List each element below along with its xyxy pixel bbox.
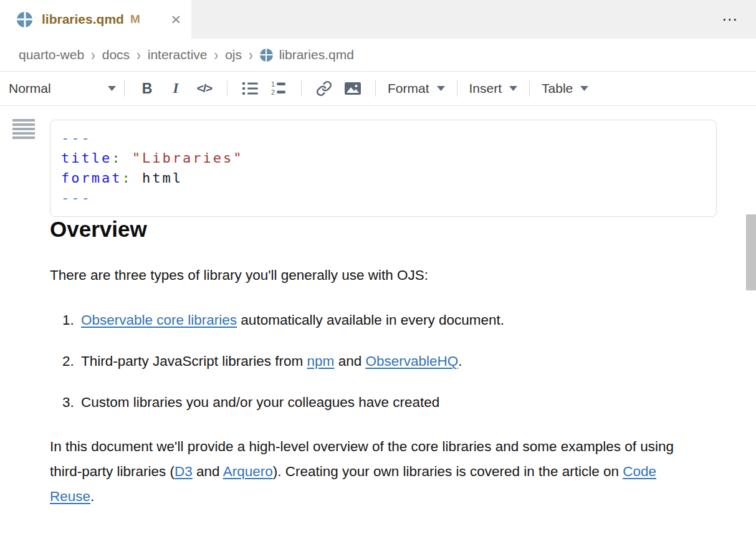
chevron-down-icon xyxy=(437,86,445,91)
code-token: --- xyxy=(61,130,92,146)
insert-menu[interactable]: Insert xyxy=(466,81,522,96)
bullet-list-button[interactable] xyxy=(236,76,264,101)
list-item-text: Observable core libraries automatically … xyxy=(81,312,504,328)
code-line: --- xyxy=(61,128,706,148)
text-segment: and xyxy=(334,353,365,369)
insert-image-button[interactable] xyxy=(338,76,367,101)
close-icon[interactable]: ✕ xyxy=(170,13,181,26)
breadcrumb-item-interactive[interactable]: interactive xyxy=(148,47,208,62)
code-button[interactable]: </> xyxy=(190,76,219,101)
toolbar-divider xyxy=(375,80,376,97)
text-segment: Third-party JavaScript libraries from xyxy=(81,353,307,369)
text-link[interactable]: D3 xyxy=(175,464,193,479)
list-item-text: Custom libraries you and/or your colleag… xyxy=(81,394,439,410)
vertical-scrollbar[interactable] xyxy=(746,214,756,290)
numbered-list-button[interactable]: 1 2 xyxy=(264,76,293,101)
list-marker: 1. xyxy=(62,312,74,329)
visual-editor-canvas[interactable]: ---title: "Libraries"format: html--- Ove… xyxy=(0,106,756,554)
bold-icon: B xyxy=(142,80,153,97)
insert-menu-label: Insert xyxy=(469,81,502,96)
paragraph-style-select[interactable]: Normal xyxy=(9,81,116,96)
tab-title: libraries.qmd xyxy=(42,12,124,27)
code-token: html xyxy=(142,170,183,186)
document-body: Overview There are three types of librar… xyxy=(50,216,681,509)
numbered-list-icon: 1 2 xyxy=(270,80,287,97)
code-line: format: html xyxy=(61,168,706,188)
quarto-icon xyxy=(260,49,273,62)
breadcrumb: quarto-web › docs › interactive › ojs › … xyxy=(0,39,756,72)
code-token: "Libraries" xyxy=(132,150,244,166)
tab-libraries-qmd[interactable]: libraries.qmd M ✕ xyxy=(0,0,191,39)
list-marker: 3. xyxy=(62,394,74,411)
quarto-icon xyxy=(17,12,32,27)
chevron-right-icon: › xyxy=(249,46,253,64)
list-item[interactable]: 3. Custom libraries you and/or your coll… xyxy=(50,394,681,411)
code-line: title: "Libraries" xyxy=(61,148,706,168)
code-token: --- xyxy=(61,190,92,206)
toolbar-divider xyxy=(529,80,530,97)
bold-button[interactable]: B xyxy=(133,76,161,101)
toolbar-divider xyxy=(301,80,302,97)
block-drag-handle-icon[interactable] xyxy=(12,119,35,140)
italic-button[interactable]: I xyxy=(161,76,190,101)
text-segment: . xyxy=(458,353,462,369)
toolbar-divider xyxy=(227,80,227,97)
code-token: : xyxy=(122,170,132,186)
list-item[interactable]: 2. Third-party JavaScript libraries from… xyxy=(50,353,681,370)
italic-icon: I xyxy=(173,80,179,97)
text-link[interactable]: Observable core libraries xyxy=(81,312,237,328)
text-link[interactable]: ObservableHQ xyxy=(365,353,458,369)
numbered-list: 1. Observable core libraries automatical… xyxy=(50,312,681,411)
code-token: format xyxy=(61,170,122,186)
chevron-right-icon: › xyxy=(214,46,218,64)
toolbar-divider xyxy=(457,80,457,97)
code-token xyxy=(122,150,132,166)
heading-overview[interactable]: Overview xyxy=(50,216,681,242)
list-item-text: Third-party JavaScript libraries from np… xyxy=(81,353,462,369)
table-menu[interactable]: Table xyxy=(538,81,592,96)
breadcrumb-item-docs[interactable]: docs xyxy=(102,47,130,62)
text-segment: . xyxy=(90,489,94,504)
list-marker: 2. xyxy=(62,353,74,370)
toolbar-divider xyxy=(124,80,125,97)
breadcrumb-item-quarto-web[interactable]: quarto-web xyxy=(19,47,84,62)
chevron-right-icon: › xyxy=(136,46,141,64)
bullet-list-icon xyxy=(242,81,259,96)
yaml-front-matter-block[interactable]: ---title: "Libraries"format: html--- xyxy=(50,120,717,217)
text-segment: Custom libraries you and/or your colleag… xyxy=(81,394,439,410)
image-icon xyxy=(344,81,361,96)
code-token: title xyxy=(61,150,112,166)
outro-paragraph[interactable]: In this document we'll provide a high-le… xyxy=(50,434,681,509)
code-token xyxy=(132,170,142,186)
list-item[interactable]: 1. Observable core libraries automatical… xyxy=(50,312,681,329)
breadcrumb-item-ojs[interactable]: ojs xyxy=(225,47,242,62)
link-icon xyxy=(316,80,332,97)
format-menu-label: Format xyxy=(388,81,429,96)
format-menu[interactable]: Format xyxy=(384,81,449,96)
text-link[interactable]: npm xyxy=(307,353,335,369)
text-link[interactable]: Arquero xyxy=(223,464,273,479)
modified-badge: M xyxy=(130,12,140,26)
code-line: --- xyxy=(61,188,706,208)
svg-text:2: 2 xyxy=(271,88,275,96)
table-menu-label: Table xyxy=(542,81,573,96)
paragraph-style-value: Normal xyxy=(9,81,51,96)
text-segment: automatically available in every documen… xyxy=(237,312,504,328)
tab-bar: libraries.qmd M ✕ ⋯ xyxy=(0,0,756,39)
text-segment: and xyxy=(193,464,223,479)
svg-text:1: 1 xyxy=(271,80,275,88)
chevron-down-icon xyxy=(580,86,588,91)
more-actions-icon[interactable]: ⋯ xyxy=(722,10,739,29)
insert-link-button[interactable] xyxy=(310,76,338,101)
chevron-down-icon xyxy=(108,86,116,91)
intro-paragraph[interactable]: There are three types of library you'll … xyxy=(50,263,681,288)
chevron-right-icon: › xyxy=(91,46,95,64)
text-segment: ). Creating your own libraries is covere… xyxy=(273,464,623,479)
breadcrumb-item-file[interactable]: libraries.qmd xyxy=(279,47,354,62)
formatting-toolbar: Normal B I </> 1 2 Fo xyxy=(0,72,756,106)
chevron-down-icon xyxy=(509,86,517,91)
code-icon: </> xyxy=(197,82,212,95)
code-token: : xyxy=(112,150,122,166)
